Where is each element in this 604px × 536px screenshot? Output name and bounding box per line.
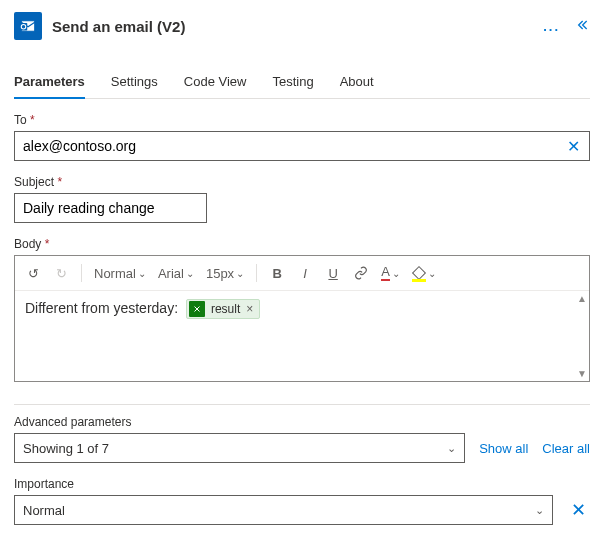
font-color-button[interactable]: A⌄ xyxy=(377,260,404,286)
tab-code-view[interactable]: Code View xyxy=(184,66,247,98)
body-label: Body * xyxy=(14,237,590,251)
highlight-button[interactable]: ⌄ xyxy=(408,260,440,286)
divider xyxy=(14,404,590,405)
token-label: result xyxy=(211,302,240,316)
advanced-summary: Showing 1 of 7 xyxy=(23,441,109,456)
tab-about[interactable]: About xyxy=(340,66,374,98)
to-label: To * xyxy=(14,113,590,127)
advanced-params-select[interactable]: Showing 1 of 7 ⌄ xyxy=(14,433,465,463)
body-content[interactable]: ▲ Different from yesterday: result × ▼ xyxy=(15,291,589,381)
font-family-select[interactable]: Arial⌄ xyxy=(154,260,198,286)
chevron-down-icon: ⌄ xyxy=(447,442,456,455)
bold-button[interactable]: B xyxy=(265,260,289,286)
to-clear-button[interactable]: ✕ xyxy=(563,137,584,156)
importance-label: Importance xyxy=(14,477,590,491)
subject-label: Subject * xyxy=(14,175,590,189)
body-editor: ↺ ↻ Normal⌄ Arial⌄ 15px⌄ B I U A⌄ ⌄ ▲ Di… xyxy=(14,255,590,382)
tab-testing[interactable]: Testing xyxy=(272,66,313,98)
scroll-up-icon: ▲ xyxy=(577,293,587,304)
italic-button[interactable]: I xyxy=(293,260,317,286)
scroll-down-icon: ▼ xyxy=(577,368,587,379)
tab-bar: Parameters Settings Code View Testing Ab… xyxy=(14,66,590,99)
paragraph-style-select[interactable]: Normal⌄ xyxy=(90,260,150,286)
importance-select[interactable]: Normal ⌄ xyxy=(14,495,553,525)
undo-button[interactable]: ↺ xyxy=(21,260,45,286)
link-button[interactable] xyxy=(349,260,373,286)
clear-all-link[interactable]: Clear all xyxy=(542,441,590,456)
tab-settings[interactable]: Settings xyxy=(111,66,158,98)
token-remove-button[interactable]: × xyxy=(246,302,253,316)
body-text: Different from yesterday: xyxy=(25,300,182,316)
card-title: Send an email (V2) xyxy=(52,18,533,35)
underline-button[interactable]: U xyxy=(321,260,345,286)
collapse-button[interactable] xyxy=(574,17,590,36)
font-size-select[interactable]: 15px⌄ xyxy=(202,260,248,286)
importance-remove-button[interactable]: ✕ xyxy=(567,499,590,521)
advanced-label: Advanced parameters xyxy=(14,415,590,429)
subject-input[interactable] xyxy=(14,193,207,223)
tab-parameters[interactable]: Parameters xyxy=(14,66,85,99)
outlook-icon xyxy=(14,12,42,40)
chevron-down-icon: ⌄ xyxy=(535,504,544,517)
redo-button: ↻ xyxy=(49,260,73,286)
excel-icon xyxy=(189,301,205,317)
show-all-link[interactable]: Show all xyxy=(479,441,528,456)
importance-value: Normal xyxy=(23,503,65,518)
more-menu-button[interactable]: ... xyxy=(543,19,560,34)
to-input[interactable] xyxy=(14,131,590,161)
dynamic-token-result[interactable]: result × xyxy=(186,299,260,319)
editor-toolbar: ↺ ↻ Normal⌄ Arial⌄ 15px⌄ B I U A⌄ ⌄ xyxy=(15,256,589,291)
